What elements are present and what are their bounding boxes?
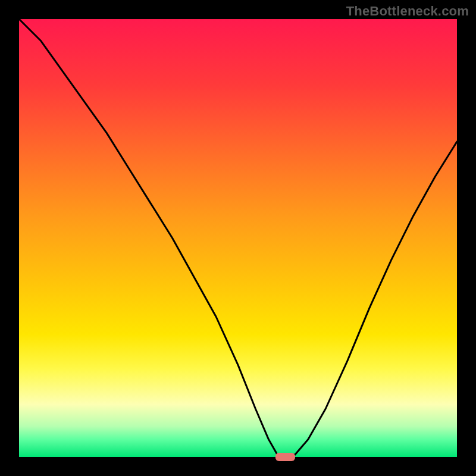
bottleneck-curve [19, 19, 457, 455]
chart-overlay [19, 19, 457, 457]
watermark-text: TheBottleneck.com [346, 4, 469, 19]
optimal-marker [275, 453, 295, 461]
chart-container: TheBottleneck.com [0, 0, 476, 476]
